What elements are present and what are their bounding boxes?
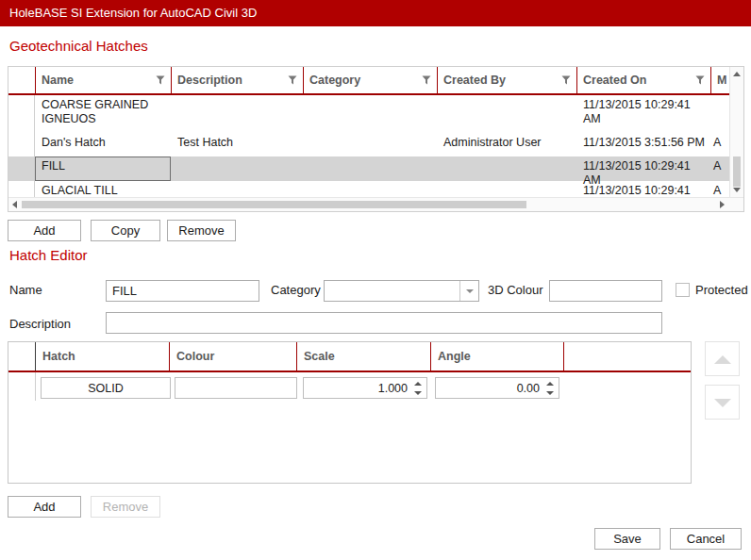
column-header-created-on[interactable]: Created On xyxy=(576,67,710,93)
geotechnical-hatches-heading: Geotechnical Hatches xyxy=(9,38,148,54)
focused-cell-border xyxy=(35,156,171,181)
horizontal-scroll-thumb[interactable] xyxy=(22,201,526,208)
column-header-angle[interactable]: Angle xyxy=(430,342,563,371)
spinner-icons[interactable] xyxy=(544,381,556,396)
column-header-scale[interactable]: Scale xyxy=(296,342,430,371)
table-row-selected[interactable]: FILL 11/13/2015 10:29:41 AM A xyxy=(8,156,729,181)
column-header-name[interactable]: Name xyxy=(35,67,171,93)
dialog-window: HoleBASE SI Extension for AutoCAD Civil … xyxy=(0,0,751,560)
scroll-down-icon[interactable] xyxy=(733,188,741,192)
triangle-down-icon xyxy=(714,399,731,407)
protected-checkbox[interactable] xyxy=(676,283,690,297)
title-bar: HoleBASE SI Extension for AutoCAD Civil … xyxy=(0,0,751,26)
hatches-grid: Name Description Category Created By Cre… xyxy=(8,66,744,212)
cell-modified-by[interactable]: A xyxy=(710,181,729,197)
save-button[interactable]: Save xyxy=(594,528,660,550)
column-header-created-by[interactable]: Created By xyxy=(437,67,576,93)
filter-icon[interactable] xyxy=(695,75,705,85)
cell-modified-by[interactable]: A xyxy=(710,156,729,181)
window-title: HoleBASE SI Extension for AutoCAD Civil … xyxy=(9,6,257,20)
table-row[interactable]: COARSE GRAINED IGNEUOS 11/13/2015 10:29:… xyxy=(8,95,729,133)
column-header-description[interactable]: Description xyxy=(171,67,303,93)
protected-label: Protected xyxy=(695,283,748,297)
cell-modified-by[interactable]: A xyxy=(710,133,729,156)
add-hatch-button[interactable]: Add xyxy=(8,220,81,241)
cell-description[interactable]: Test Hatch xyxy=(171,133,303,156)
filter-icon[interactable] xyxy=(156,75,165,85)
hatches-grid-body: COARSE GRAINED IGNEUOS 11/13/2015 10:29:… xyxy=(8,95,729,197)
hatch-editor-heading: Hatch Editor xyxy=(9,247,88,263)
table-row[interactable]: GLACIAL TILL 11/13/2015 10:29:41 AM A xyxy=(8,181,729,197)
vertical-scrollbar[interactable] xyxy=(729,67,743,197)
scroll-up-icon[interactable] xyxy=(733,72,741,76)
column-header-hatch[interactable]: Hatch xyxy=(35,342,169,371)
name-label: Name xyxy=(9,283,42,297)
scroll-right-icon[interactable] xyxy=(720,201,725,208)
3d-colour-label: 3D Colour xyxy=(488,283,543,297)
remove-layer-button[interactable]: Remove xyxy=(91,496,160,518)
copy-hatch-button[interactable]: Copy xyxy=(91,220,160,241)
vertical-scroll-thumb[interactable] xyxy=(733,156,741,187)
description-label: Description xyxy=(9,317,71,331)
remove-hatch-button[interactable]: Remove xyxy=(167,220,236,241)
hatch-layers-grid: Hatch Colour Scale Angle SOLID 1.000 0.0… xyxy=(8,341,692,484)
cell-created-on[interactable]: 11/13/2015 3:51:56 PM xyxy=(576,133,710,156)
scroll-left-icon[interactable] xyxy=(12,201,17,208)
colour-cell[interactable] xyxy=(175,377,297,399)
category-label: Category xyxy=(271,283,321,297)
column-header-modified-by[interactable]: M xyxy=(710,67,729,93)
hatch-pattern-cell[interactable]: SOLID xyxy=(41,377,171,399)
hatch-layers-header: Hatch Colour Scale Angle xyxy=(8,342,691,372)
cell-name[interactable]: COARSE GRAINED IGNEUOS xyxy=(35,95,171,133)
chevron-down-icon xyxy=(466,289,474,293)
cell-created-by[interactable]: Administrator User xyxy=(437,133,576,156)
scale-stepper[interactable]: 1.000 xyxy=(303,377,427,399)
column-header-category[interactable]: Category xyxy=(303,67,437,93)
cell-name[interactable]: GLACIAL TILL xyxy=(35,181,171,197)
cell-created-on[interactable]: 11/13/2015 10:29:41 AM xyxy=(576,156,710,181)
cell-created-on[interactable]: 11/13/2015 10:29:41 AM xyxy=(576,181,710,197)
cell-created-on[interactable]: 11/13/2015 10:29:41 AM xyxy=(576,95,710,133)
cell-name[interactable]: Dan's Hatch xyxy=(35,133,171,156)
column-header-colour[interactable]: Colour xyxy=(169,342,296,371)
angle-stepper[interactable]: 0.00 xyxy=(435,377,559,399)
move-down-button[interactable] xyxy=(705,385,740,420)
horizontal-scrollbar[interactable] xyxy=(8,197,743,211)
name-field[interactable] xyxy=(106,280,259,302)
table-row[interactable]: Dan's Hatch Test Hatch Administrator Use… xyxy=(8,133,729,156)
add-layer-button[interactable]: Add xyxy=(8,496,81,518)
description-field[interactable] xyxy=(106,312,662,334)
category-dropdown[interactable] xyxy=(324,280,479,302)
filter-icon[interactable] xyxy=(422,75,431,85)
column-header-empty xyxy=(563,342,691,371)
filter-icon[interactable] xyxy=(561,75,571,85)
spinner-icons[interactable] xyxy=(412,381,424,396)
3d-colour-field[interactable] xyxy=(549,280,662,302)
filter-icon[interactable] xyxy=(288,75,297,85)
move-up-button[interactable] xyxy=(705,341,740,376)
cancel-button[interactable]: Cancel xyxy=(670,528,742,550)
triangle-up-icon xyxy=(714,355,731,364)
hatches-grid-header: Name Description Category Created By Cre… xyxy=(8,67,729,95)
